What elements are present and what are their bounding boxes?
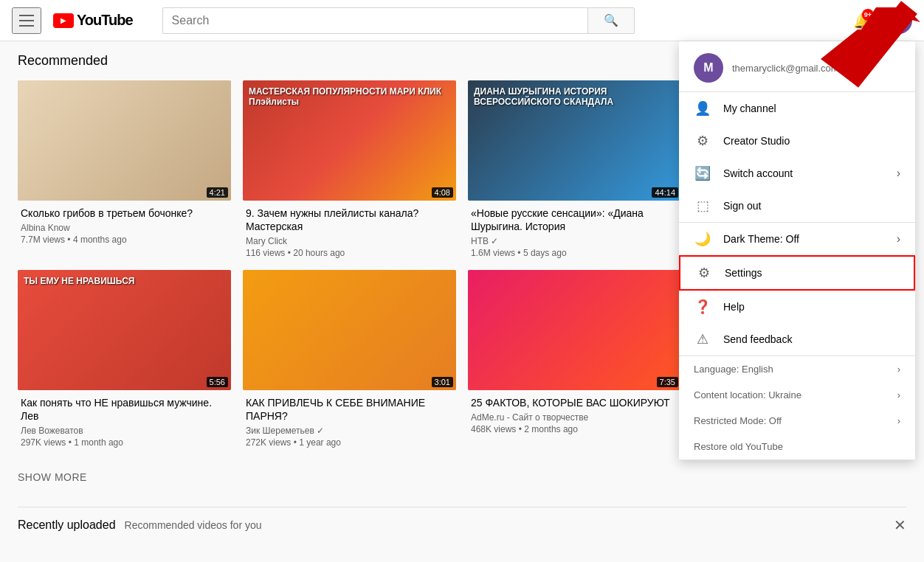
header: YouTube 🔍 🔔 9+ M bbox=[0, 0, 924, 41]
avatar-button[interactable]: M bbox=[886, 7, 912, 34]
video-card[interactable]: 3:01 КАК ПРИВЛЕЧЬ К СЕБЕ ВНИМАНИЕ ПАРНЯ?… bbox=[243, 270, 456, 448]
video-thumbnail: 4:21 bbox=[18, 80, 231, 201]
video-thumbnail: 7:35 bbox=[468, 270, 681, 390]
channel-name: Albina Know bbox=[21, 223, 228, 233]
sign-out-label: Sign out bbox=[723, 200, 900, 212]
dropdown-footer-section: Language: English › Content location: Uk… bbox=[679, 356, 915, 460]
feedback-item[interactable]: ⚠ Send feedback bbox=[679, 323, 915, 355]
recently-uploaded-title: Recently uploaded bbox=[18, 518, 116, 532]
video-meta: 297K views • 1 month ago bbox=[21, 437, 228, 448]
youtube-icon bbox=[53, 13, 74, 28]
logo[interactable]: YouTube bbox=[53, 12, 133, 29]
video-meta: 116 views • 20 hours ago bbox=[246, 248, 453, 258]
channel-name: Зик Шереметьев ✓ bbox=[246, 426, 453, 436]
restricted-arrow: › bbox=[897, 415, 900, 426]
header-right: 🔔 9+ M bbox=[847, 6, 912, 35]
account-dropdown: M themaryclick@gmail.com 👤 My channel ⚙ … bbox=[679, 41, 915, 460]
feedback-icon: ⚠ bbox=[694, 330, 711, 348]
video-info: Как понять что НЕ нравишься мужчине. Лев… bbox=[18, 396, 231, 448]
thumbnail-image: ТЫ ЕМУ НЕ НРАВИШЬСЯ bbox=[18, 270, 231, 390]
channel-name: Mary Click bbox=[246, 236, 453, 246]
video-info: КАК ПРИВЛЕЧЬ К СЕБЕ ВНИМАНИЕ ПАРНЯ? Зик … bbox=[243, 396, 456, 448]
restore-item[interactable]: Restore old YouTube bbox=[679, 434, 915, 459]
creator-studio-icon: ⚙ bbox=[694, 132, 711, 150]
dropdown-email: themaryclick@gmail.com bbox=[732, 63, 839, 74]
settings-item[interactable]: ⚙ Settings bbox=[679, 255, 915, 291]
search-bar: 🔍 bbox=[162, 7, 635, 34]
video-info: Сколько грибов в третьем бочонке? Albina… bbox=[18, 207, 231, 245]
language-item[interactable]: Language: English › bbox=[679, 356, 915, 382]
dropdown-theme-section: 🌙 Dark Theme: Off › ⚙ Settings ❓ Help ⚠ … bbox=[679, 223, 915, 356]
video-title: Сколько грибов в третьем бочонке? bbox=[21, 207, 228, 220]
restore-label: Restore old YouTube bbox=[694, 441, 783, 452]
thumbnail-image bbox=[468, 270, 681, 390]
logo-text: YouTube bbox=[77, 12, 133, 29]
video-meta: 1.6M views • 5 days ago bbox=[471, 248, 678, 258]
help-icon: ❓ bbox=[694, 298, 711, 316]
sign-out-item[interactable]: ⬚ Sign out bbox=[679, 190, 915, 222]
dropdown-main-section: 👤 My channel ⚙ Creator Studio 🔄 Switch a… bbox=[679, 92, 915, 223]
thumbnail-text: ДИАНА ШУРЫГИНА ИСТОРИЯ ВСЕРОССИЙСКОГО СК… bbox=[474, 86, 675, 107]
thumbnail-image bbox=[243, 270, 456, 390]
channel-name: НТВ ✓ bbox=[471, 236, 678, 246]
settings-icon: ⚙ bbox=[695, 264, 713, 282]
video-info: 9. Зачем нужны плейлисты канала? Мастерс… bbox=[243, 207, 456, 258]
thumbnail-text: МАСТЕРСКАЯ ПОПУЛЯРНОСТИ МАРИ КЛИК Плэйли… bbox=[249, 86, 450, 107]
help-label: Help bbox=[723, 301, 900, 313]
video-card[interactable]: 7:35 25 ФАКТОВ, КОТОРЫЕ ВАС ШОКИРУЮТ AdM… bbox=[468, 270, 681, 448]
video-meta: 272K views • 1 year ago bbox=[246, 437, 453, 448]
notifications-button[interactable]: 🔔 9+ bbox=[847, 6, 877, 35]
video-title: Как понять что НЕ нравишься мужчине. Лев bbox=[21, 396, 228, 423]
settings-label: Settings bbox=[725, 267, 899, 279]
thumbnail-image: ДИАНА ШУРЫГИНА ИСТОРИЯ ВСЕРОССИЙСКОГО СК… bbox=[468, 80, 681, 201]
recently-uploaded-sub: Recommended videos for you bbox=[125, 519, 262, 531]
thumbnail-image: МАСТЕРСКАЯ ПОПУЛЯРНОСТИ МАРИ КЛИК Плэйли… bbox=[243, 80, 456, 201]
close-recently-uploaded-button[interactable]: ✕ bbox=[894, 516, 906, 534]
switch-account-icon: 🔄 bbox=[694, 164, 711, 182]
video-card[interactable]: ТЫ ЕМУ НЕ НРАВИШЬСЯ 5:56 Как понять что … bbox=[18, 270, 231, 448]
dark-theme-icon: 🌙 bbox=[694, 230, 711, 248]
video-title: 25 ФАКТОВ, КОТОРЫЕ ВАС ШОКИРУЮТ bbox=[471, 396, 678, 409]
video-info: «Новые русские сенсации»: «Диана Шурыгин… bbox=[468, 207, 681, 258]
video-duration: 44:14 bbox=[652, 187, 678, 198]
restricted-label: Restricted Mode: Off bbox=[694, 415, 782, 426]
video-meta: 468K views • 2 months ago bbox=[471, 424, 678, 434]
dark-theme-arrow: › bbox=[897, 232, 900, 246]
video-title: 9. Зачем нужны плейлисты канала? Мастерс… bbox=[246, 207, 453, 233]
language-label: Language: English bbox=[694, 364, 773, 375]
video-card[interactable]: 4:21 Сколько грибов в третьем бочонке? A… bbox=[18, 80, 231, 258]
video-duration: 4:21 bbox=[207, 187, 228, 198]
switch-account-item[interactable]: 🔄 Switch account › bbox=[679, 157, 915, 190]
sign-out-icon: ⬚ bbox=[694, 197, 711, 215]
video-title: «Новые русские сенсации»: «Диана Шурыгин… bbox=[471, 207, 678, 233]
search-input[interactable] bbox=[162, 7, 587, 34]
recently-uploaded-bar: Recently uploaded Recommended videos for… bbox=[18, 507, 906, 543]
video-meta: 7.7M views • 4 months ago bbox=[21, 235, 228, 245]
creator-studio-item[interactable]: ⚙ Creator Studio bbox=[679, 125, 915, 157]
thumbnail-text: ТЫ ЕМУ НЕ НРАВИШЬСЯ bbox=[24, 276, 225, 286]
switch-account-label: Switch account bbox=[723, 167, 885, 179]
video-thumbnail: ТЫ ЕМУ НЕ НРАВИШЬСЯ 5:56 bbox=[18, 270, 231, 390]
channel-name: Лев Вожеватов bbox=[21, 426, 228, 436]
dark-theme-item[interactable]: 🌙 Dark Theme: Off › bbox=[679, 223, 915, 255]
location-item[interactable]: Content location: Ukraine › bbox=[679, 382, 915, 408]
video-duration: 4:08 bbox=[432, 187, 453, 198]
my-channel-item[interactable]: 👤 My channel bbox=[679, 92, 915, 125]
restricted-item[interactable]: Restricted Mode: Off › bbox=[679, 408, 915, 434]
menu-button[interactable] bbox=[12, 7, 41, 34]
video-card[interactable]: ДИАНА ШУРЫГИНА ИСТОРИЯ ВСЕРОССИЙСКОГО СК… bbox=[468, 80, 681, 258]
help-item[interactable]: ❓ Help bbox=[679, 291, 915, 323]
video-card[interactable]: МАСТЕРСКАЯ ПОПУЛЯРНОСТИ МАРИ КЛИК Плэйли… bbox=[243, 80, 456, 258]
thumbnail-image bbox=[18, 80, 231, 201]
location-label: Content location: Ukraine bbox=[694, 389, 801, 400]
search-button[interactable]: 🔍 bbox=[587, 7, 635, 34]
my-channel-label: My channel bbox=[723, 103, 900, 114]
location-arrow: › bbox=[897, 389, 900, 400]
notification-badge: 9+ bbox=[862, 9, 874, 21]
switch-account-arrow: › bbox=[897, 167, 900, 180]
language-arrow: › bbox=[897, 364, 900, 375]
video-duration: 5:56 bbox=[207, 377, 228, 387]
video-title: КАК ПРИВЛЕЧЬ К СЕБЕ ВНИМАНИЕ ПАРНЯ? bbox=[246, 396, 453, 423]
show-more-button[interactable]: SHOW MORE bbox=[18, 465, 87, 489]
video-thumbnail: ДИАНА ШУРЫГИНА ИСТОРИЯ ВСЕРОССИЙСКОГО СК… bbox=[468, 80, 681, 201]
